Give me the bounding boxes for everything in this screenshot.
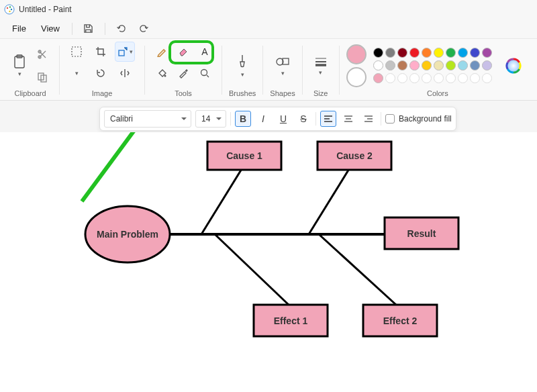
redo-button[interactable] xyxy=(135,21,154,37)
color-swatch[interactable] xyxy=(482,48,492,58)
color-swatch[interactable] xyxy=(409,48,420,58)
svg-line-22 xyxy=(309,166,351,234)
color-swatch[interactable] xyxy=(434,60,444,70)
menu-view[interactable]: View xyxy=(36,21,65,36)
menu-file[interactable]: File xyxy=(7,21,32,36)
save-icon xyxy=(83,23,93,34)
color-swatch[interactable] xyxy=(446,48,456,58)
group-label-shapes: Shapes xyxy=(270,89,295,99)
text-icon: A xyxy=(199,46,210,57)
copy-button[interactable] xyxy=(32,67,52,87)
font-family-select[interactable]: Calibri xyxy=(104,110,191,128)
undo-button[interactable] xyxy=(112,21,131,37)
group-label-size: Size xyxy=(313,89,328,99)
eraser-icon xyxy=(178,46,189,57)
select-button[interactable] xyxy=(66,42,87,62)
svg-text:A: A xyxy=(201,46,208,57)
svg-line-23 xyxy=(215,234,289,305)
fill-button[interactable] xyxy=(152,63,172,83)
color-swatch[interactable] xyxy=(422,60,432,70)
flip-button[interactable] xyxy=(115,63,135,83)
copy-icon xyxy=(37,72,48,83)
italic-button[interactable]: I xyxy=(255,111,271,127)
color-swatch[interactable] xyxy=(482,60,492,70)
color-swatch[interactable] xyxy=(397,60,407,70)
eyedropper-icon xyxy=(178,68,189,79)
color-swatch[interactable] xyxy=(409,73,420,83)
chevron-down-icon: ▾ xyxy=(241,71,244,78)
align-right-icon xyxy=(364,115,373,123)
group-clipboard: ▾ Clipboard xyxy=(4,40,56,100)
color-swatch[interactable] xyxy=(446,60,456,70)
color-swatch[interactable] xyxy=(397,73,407,83)
paste-button[interactable]: ▾ xyxy=(8,50,31,82)
pencil-icon xyxy=(156,46,167,57)
bold-button[interactable]: B xyxy=(235,111,251,127)
color-swatch[interactable] xyxy=(458,73,468,83)
group-image: ▾ ▾ Image xyxy=(62,40,142,100)
menu-bar: File View xyxy=(0,19,537,39)
zoom-icon xyxy=(199,68,210,79)
pencil-button[interactable] xyxy=(152,42,172,62)
color-swatch[interactable] xyxy=(470,73,480,83)
font-size-select[interactable]: 14 xyxy=(195,110,226,128)
color-swatch[interactable] xyxy=(397,48,407,58)
clipboard-icon xyxy=(13,54,26,69)
color-swatch[interactable] xyxy=(446,73,456,83)
color-swatch[interactable] xyxy=(422,73,432,83)
brushes-button[interactable]: ▾ xyxy=(231,50,254,82)
color1-swatch[interactable] xyxy=(346,44,367,64)
underline-button[interactable]: U xyxy=(275,111,291,127)
color-swatch[interactable] xyxy=(373,73,383,83)
edit-colors-button[interactable] xyxy=(502,50,525,82)
color-swatch[interactable] xyxy=(422,48,432,58)
eraser-button[interactable] xyxy=(173,42,193,62)
rotate-button[interactable] xyxy=(91,63,111,83)
svg-rect-11 xyxy=(72,47,81,56)
group-label-colors: Colors xyxy=(427,89,448,99)
window-title: Untitled - Paint xyxy=(19,5,72,14)
text-toolbar: Calibri 14 B I U S Background fill xyxy=(99,107,456,131)
resize-button[interactable]: ▾ xyxy=(115,42,135,62)
color-swatch[interactable] xyxy=(373,60,383,70)
svg-point-0 xyxy=(5,5,14,14)
picker-button[interactable] xyxy=(173,63,193,83)
svg-line-21 xyxy=(201,166,244,234)
color-swatch[interactable] xyxy=(434,73,444,83)
align-left-button[interactable] xyxy=(320,111,336,127)
align-center-button[interactable] xyxy=(340,111,356,127)
select-options[interactable]: ▾ xyxy=(66,63,87,83)
strikethrough-button[interactable]: S xyxy=(295,111,311,127)
color-swatch[interactable] xyxy=(470,60,480,70)
background-fill-checkbox[interactable] xyxy=(385,114,395,124)
color-swatch[interactable] xyxy=(385,48,395,58)
color-swatch[interactable] xyxy=(385,73,395,83)
canvas[interactable]: Main Problem Cause 1 Cause 2 Result Effe… xyxy=(0,132,537,392)
shapes-button[interactable]: ▾ xyxy=(271,50,294,82)
crop-button[interactable] xyxy=(91,42,111,62)
brush-icon xyxy=(236,54,249,70)
scissors-icon xyxy=(37,49,48,60)
color-swatch[interactable] xyxy=(409,60,420,70)
cut-button[interactable] xyxy=(32,44,52,64)
group-label-image: Image xyxy=(92,89,113,99)
align-right-button[interactable] xyxy=(360,111,377,127)
color-swatch[interactable] xyxy=(458,48,468,58)
magnifier-button[interactable] xyxy=(195,63,215,83)
save-button[interactable] xyxy=(79,21,98,37)
shapes-icon xyxy=(275,55,290,68)
text-button[interactable]: A xyxy=(195,42,215,62)
separator xyxy=(315,112,316,126)
node-cause2-text: Cause 2 xyxy=(336,150,373,161)
color-swatch[interactable] xyxy=(470,48,480,58)
color-swatch[interactable] xyxy=(458,60,468,70)
chevron-down-icon: ▾ xyxy=(18,70,21,77)
color-swatch[interactable] xyxy=(482,73,492,83)
color-swatch[interactable] xyxy=(385,60,395,70)
color-swatch[interactable] xyxy=(373,48,383,58)
node-result-text: Result xyxy=(407,228,436,239)
color2-swatch[interactable] xyxy=(346,67,367,87)
size-button[interactable]: ▾ xyxy=(309,50,332,82)
svg-point-15 xyxy=(201,70,207,76)
color-swatch[interactable] xyxy=(434,48,444,58)
